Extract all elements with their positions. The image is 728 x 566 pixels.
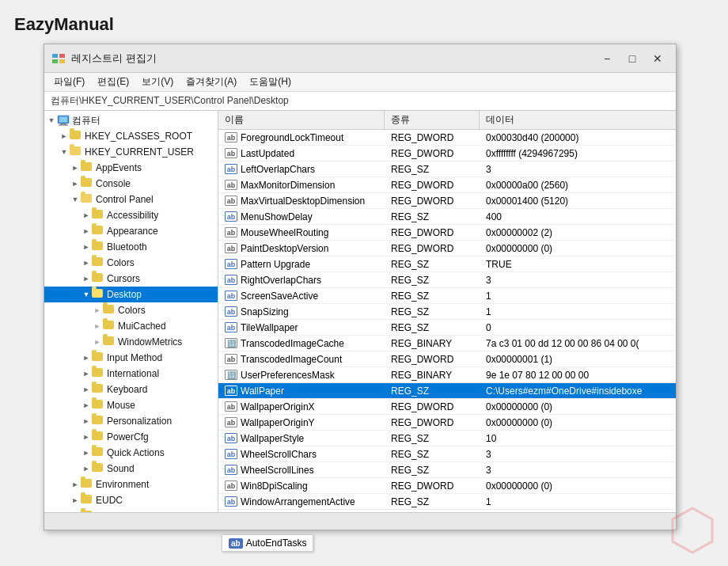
value-name: ab MouseWheelRouting (218, 226, 385, 239)
dword-icon: ab (225, 401, 237, 412)
tree-label-inputmethod: Input Method (107, 352, 162, 363)
expander-hkcr: ► (59, 131, 70, 142)
tree-item-mouse[interactable]: ► Mouse (44, 397, 218, 413)
table-row[interactable]: ab TranscodedImageCount REG_DWORD 0x0000… (218, 351, 676, 367)
maximize-button[interactable]: □ (620, 49, 644, 68)
table-row[interactable]: 🔢 TranscodedImageCache REG_BINARY 7a c3 … (218, 336, 676, 351)
table-row[interactable]: ab PaintDesktopVersion REG_DWORD 0x00000… (218, 241, 676, 256)
tree-item-personalization[interactable]: ► Personalization (44, 413, 218, 429)
table-row[interactable]: ab WheelScrollLines REG_SZ 3 (218, 462, 676, 478)
tree-item-muicached[interactable]: ► MuiCached (44, 318, 218, 334)
value-type: REG_BINARY (385, 337, 480, 350)
table-row[interactable]: ab LastUpdated REG_DWORD 0xffffffff (429… (218, 146, 676, 161)
table-row[interactable]: ab WheelScrollChars REG_SZ 3 (218, 446, 676, 462)
folder-icon-accessibility (92, 210, 104, 221)
computer-icon (57, 115, 70, 126)
tree-item-hkcr[interactable]: ► HKEY_CLASSES_ROOT (44, 128, 218, 144)
menu-favorites[interactable]: 즐겨찾기(A) (180, 74, 243, 90)
tree-item-keyboard[interactable]: ► Keyboard (44, 382, 218, 397)
value-data: 0x00000001 (1) (480, 353, 676, 366)
tree-item-eudc[interactable]: ► EUDC (44, 492, 218, 508)
dword-icon: ab (225, 243, 237, 253)
tree-item-desktop[interactable]: ▼ Desktop (44, 287, 218, 302)
value-type: REG_DWORD (385, 401, 480, 413)
tree-item-powercfg[interactable]: ► PowerCfg (44, 429, 218, 445)
table-row[interactable]: ab MaxVirtualDesktopDimension REG_DWORD … (218, 193, 676, 209)
minimize-button[interactable]: − (595, 49, 619, 68)
table-row[interactable]: ab MouseWheelRouting REG_DWORD 0x0000000… (218, 225, 676, 241)
table-row[interactable]: ab MaxMonitorDimension REG_DWORD 0x00000… (218, 177, 676, 193)
tree-item-cursors[interactable]: ► Cursors (44, 271, 218, 287)
folder-icon-quickactions (92, 447, 104, 458)
table-row[interactable]: ab WindowArrangementActive REG_SZ 1 (218, 494, 676, 510)
tree-item-hkcu[interactable]: ▼ HKEY_CURRENT_USER (44, 144, 218, 160)
folder-icon-powercfg (92, 431, 104, 443)
value-data: 400 (480, 211, 676, 223)
table-row[interactable]: ab MenuShowDelay REG_SZ 400 (218, 209, 676, 225)
tree-item-environment[interactable]: ► Environment (44, 477, 218, 492)
dword-icon: ab (225, 180, 237, 190)
col-header-data[interactable]: 데이터 (480, 111, 676, 129)
tree-item-colors[interactable]: ► Colors (44, 255, 218, 271)
tree-item-bluetooth[interactable]: ► Bluetooth (44, 239, 218, 255)
value-data: 1 (480, 306, 676, 318)
table-row[interactable]: ab Pattern Upgrade REG_SZ TRUE (218, 256, 676, 272)
table-row[interactable]: 🔢 UserPreferencesMask REG_BINARY 9e 1e 0… (218, 367, 676, 383)
tree-item-appevents[interactable]: ► AppEvents (44, 160, 218, 176)
tooltip-icon: ab (229, 538, 243, 549)
value-data: C:\Users#ezm#OneDrive#insideboxe (480, 385, 676, 397)
dword-icon: ab (225, 227, 237, 237)
value-type: REG_DWORD (385, 226, 480, 239)
folder-icon-eudc (81, 495, 93, 506)
tree-item-computer[interactable]: ▼ 컴퓨터 (44, 112, 218, 128)
table-row[interactable]: ab TileWallpaper REG_SZ 0 (218, 320, 676, 336)
tree-item-console[interactable]: ► Console (44, 176, 218, 192)
value-data: 3 (480, 163, 676, 176)
value-type: REG_DWORD (385, 480, 480, 492)
table-row[interactable]: ab WallpaperOriginX REG_DWORD 0x00000000… (218, 399, 676, 415)
values-panel[interactable]: 이름 종류 데이터 ab ForegroundLockTimeout REG_D… (218, 111, 676, 512)
folder-icon-appearance (92, 226, 104, 237)
expander-desktop-colors: ► (92, 305, 103, 316)
tree-item-quickactions[interactable]: ► Quick Actions (44, 445, 218, 461)
table-row[interactable]: ab ScreenSaveActive REG_SZ 1 (218, 288, 676, 304)
table-row[interactable]: ab ForegroundLockTimeout REG_DWORD 0x000… (218, 130, 676, 146)
folder-icon-cursors (92, 273, 104, 284)
col-header-name[interactable]: 이름 (218, 111, 385, 129)
value-name: ab Win8DpiScaling (218, 480, 385, 492)
folder-icon-personalization (92, 416, 104, 427)
tree-item-desktop-colors[interactable]: ► Colors (44, 302, 218, 318)
value-data: 10 (480, 432, 676, 445)
value-name: ab PaintDesktopVersion (218, 242, 385, 255)
col-header-type[interactable]: 종류 (385, 111, 480, 129)
value-type: REG_SZ (385, 290, 480, 302)
menu-file[interactable]: 파일(F) (47, 74, 91, 90)
tooltip-text: AutoEndTasks (246, 538, 307, 549)
table-row[interactable]: ab LeftOverlapChars REG_SZ 3 (218, 161, 676, 177)
table-row[interactable]: ab SnapSizing REG_SZ 1 (218, 304, 676, 320)
table-row[interactable]: ab RightOverlapChars REG_SZ 3 (218, 272, 676, 288)
menu-view[interactable]: 보기(V) (135, 74, 180, 90)
menu-edit[interactable]: 편집(E) (91, 74, 135, 90)
table-row[interactable]: ab WallPaper REG_SZ C:\Users#ezm#OneDriv… (218, 383, 676, 399)
tree-item-inputmethod[interactable]: ► Input Method (44, 350, 218, 366)
tree-label-cursors: Cursors (107, 273, 140, 284)
address-bar: 컴퓨터\HKEY_CURRENT_USER\Control Panel\Desk… (44, 92, 676, 111)
table-row[interactable]: ab Win8DpiScaling REG_DWORD 0x00000000 (… (218, 478, 676, 494)
tree-item-accessibility[interactable]: ► Accessibility (44, 207, 218, 223)
table-row[interactable]: ab WallpaperOriginY REG_DWORD 0x00000000… (218, 415, 676, 431)
tree-item-sound[interactable]: ► Sound (44, 461, 218, 477)
close-button[interactable]: ✕ (646, 49, 669, 68)
tree-label-environment: Environment (96, 479, 149, 490)
tree-panel[interactable]: ▼ 컴퓨터 ► HKEY_CLASSES_ROOT (44, 111, 218, 512)
tree-item-controlpanel[interactable]: ▼ Control Panel (44, 192, 218, 207)
tree-label-console: Console (96, 178, 131, 189)
table-row[interactable]: ab WallpaperStyle REG_SZ 10 (218, 431, 676, 446)
tree-item-windowmetrics[interactable]: ► WindowMetrics (44, 334, 218, 350)
tree-item-appearance[interactable]: ► Appearance (44, 223, 218, 239)
menu-help[interactable]: 도움말(H) (243, 74, 298, 90)
value-data: 0x00030d40 (200000) (480, 131, 676, 144)
expander-personalization: ► (81, 416, 92, 427)
tree-item-international[interactable]: ► International (44, 366, 218, 382)
sz-icon: ab (225, 275, 237, 285)
